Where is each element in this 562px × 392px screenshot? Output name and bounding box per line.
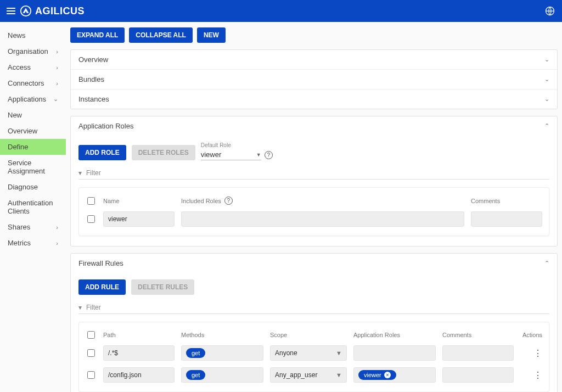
brand-text: AGILICUS bbox=[35, 5, 85, 17]
row-actions-menu[interactable]: ⋮ bbox=[533, 349, 542, 358]
chevron-down-icon: ⌄ bbox=[544, 56, 549, 63]
chevron-right-icon: › bbox=[56, 240, 58, 247]
panel-firewall-rules: Firewall Rules ⌃ ADD RULE DELETE RULES ▾… bbox=[70, 253, 558, 392]
sidebar-subitem-new[interactable]: New bbox=[0, 107, 66, 123]
sidebar-item-news[interactable]: News bbox=[0, 27, 66, 43]
sidebar-subitem-define[interactable]: Define bbox=[0, 139, 66, 155]
row-actions-menu[interactable]: ⋮ bbox=[533, 371, 542, 380]
rule-row-checkbox[interactable] bbox=[87, 349, 95, 357]
rules-col-scope: Scope bbox=[270, 332, 347, 338]
rule-path-input[interactable]: /config.json bbox=[103, 367, 175, 383]
rule-methods-input[interactable]: get bbox=[181, 345, 263, 361]
topbar: AGILICUS bbox=[0, 0, 562, 22]
rule-path-input[interactable]: /.*$ bbox=[103, 345, 175, 361]
rules-filter[interactable]: ▾ Filter bbox=[78, 304, 549, 314]
default-role-label: Default Role bbox=[201, 142, 273, 148]
sidebar-item-access[interactable]: Access› bbox=[0, 59, 66, 75]
panel-application-roles: Application Roles ⌃ ADD ROLE DELETE ROLE… bbox=[70, 116, 558, 247]
roles-col-comments: Comments bbox=[471, 198, 542, 204]
chevron-down-icon: ⌄ bbox=[544, 76, 549, 83]
rules-col-actions: Actions bbox=[520, 332, 542, 338]
rule-approles-input[interactable]: . bbox=[353, 345, 436, 361]
toolbar: EXPAND ALL COLLAPSE ALL NEW bbox=[70, 27, 558, 43]
rules-table-row: /.*$ get Anyone▼ . . ⋮ bbox=[86, 342, 542, 364]
caret-down-icon: ▼ bbox=[256, 152, 261, 158]
roles-col-name: Name bbox=[103, 198, 175, 204]
rule-scope-select[interactable]: Any_app_user▼ bbox=[270, 367, 347, 383]
brand: AGILICUS bbox=[20, 5, 85, 17]
roles-filter[interactable]: ▾ Filter bbox=[78, 169, 549, 180]
panel-firewall-rules-header[interactable]: Firewall Rules ⌃ bbox=[71, 254, 557, 273]
panel-application-roles-header[interactable]: Application Roles ⌃ bbox=[71, 116, 557, 136]
sidebar-item-metrics[interactable]: Metrics› bbox=[0, 235, 66, 251]
chevron-up-icon: ⌃ bbox=[544, 122, 549, 130]
new-button[interactable]: NEW bbox=[197, 27, 226, 43]
sidebar-subitem-overview[interactable]: Overview bbox=[0, 123, 66, 139]
chevron-down-icon: ⌄ bbox=[53, 96, 58, 103]
role-included-input[interactable]: . bbox=[181, 211, 464, 227]
add-role-button[interactable]: ADD ROLE bbox=[78, 145, 126, 160]
rule-approles-input[interactable]: viewer× bbox=[353, 367, 436, 383]
chevron-right-icon: › bbox=[56, 224, 58, 231]
chevron-down-icon: ⌄ bbox=[544, 96, 549, 103]
default-role-select[interactable]: viewer ▼ bbox=[201, 149, 261, 160]
rules-select-all-checkbox[interactable] bbox=[87, 331, 95, 339]
sidebar-subitem-diagnose[interactable]: Diagnose bbox=[0, 179, 66, 195]
rules-col-comments: Comments bbox=[442, 332, 514, 338]
rule-methods-input[interactable]: get bbox=[181, 367, 263, 383]
method-pill[interactable]: get bbox=[186, 348, 205, 358]
chevron-right-icon: › bbox=[56, 48, 58, 55]
rule-comments-input[interactable]: . bbox=[442, 367, 514, 383]
role-comments-input[interactable]: . bbox=[471, 211, 542, 227]
panel-overview[interactable]: Overview⌄ bbox=[71, 50, 557, 70]
help-icon[interactable]: ? bbox=[265, 151, 273, 159]
rule-comments-input[interactable]: . bbox=[442, 345, 514, 361]
main-content: EXPAND ALL COLLAPSE ALL NEW Overview⌄ Bu… bbox=[66, 22, 562, 392]
panel-bundles[interactable]: Bundles⌄ bbox=[71, 70, 557, 89]
method-pill[interactable]: get bbox=[186, 370, 205, 380]
rule-row-checkbox[interactable] bbox=[87, 371, 95, 379]
roles-table: Name Included Roles ? Comments viewer . … bbox=[78, 187, 549, 236]
sidebar-subitem-authentication-clients[interactable]: Authentication Clients bbox=[0, 195, 66, 219]
rules-table-row: /config.json get Any_app_user▼ viewer× .… bbox=[86, 364, 542, 386]
chevron-up-icon: ⌃ bbox=[544, 260, 549, 267]
sidebar-item-connectors[interactable]: Connectors› bbox=[0, 75, 66, 91]
sidebar-subitem-service-assignment[interactable]: Service Assignment bbox=[0, 155, 66, 179]
rule-scope-select[interactable]: Anyone▼ bbox=[270, 345, 347, 361]
rules-col-path: Path bbox=[103, 332, 175, 338]
chevron-right-icon: › bbox=[56, 80, 58, 87]
roles-col-included: Included Roles ? bbox=[181, 197, 464, 205]
rules-col-methods: Methods bbox=[181, 332, 263, 338]
roles-table-row: viewer . . bbox=[86, 208, 542, 230]
remove-icon[interactable]: × bbox=[384, 372, 391, 378]
filter-icon: ▾ bbox=[78, 304, 82, 311]
panel-instances[interactable]: Instances⌄ bbox=[71, 89, 557, 109]
help-icon[interactable]: ? bbox=[224, 197, 233, 205]
sidebar-item-organisation[interactable]: Organisation› bbox=[0, 43, 66, 59]
default-role-field: Default Role viewer ▼ ? bbox=[201, 142, 273, 160]
expand-all-button[interactable]: EXPAND ALL bbox=[70, 27, 125, 43]
sidebar: News Organisation› Access› Connectors› A… bbox=[0, 22, 66, 392]
sidebar-item-applications[interactable]: Applications⌄ bbox=[0, 91, 66, 107]
roles-select-all-checkbox[interactable] bbox=[87, 197, 95, 205]
role-row-checkbox[interactable] bbox=[87, 215, 95, 223]
collapse-all-button[interactable]: COLLAPSE ALL bbox=[129, 27, 193, 43]
brand-logo-icon bbox=[20, 5, 32, 17]
approle-pill[interactable]: viewer× bbox=[358, 370, 396, 380]
delete-roles-button[interactable]: DELETE ROLES bbox=[132, 145, 195, 160]
menu-icon[interactable] bbox=[7, 6, 15, 16]
sidebar-item-shares[interactable]: Shares› bbox=[0, 219, 66, 235]
filter-icon: ▾ bbox=[78, 169, 82, 177]
rules-col-approles: Application Roles bbox=[353, 332, 436, 338]
role-name-input[interactable]: viewer bbox=[103, 211, 175, 227]
rules-table: Path Methods Scope Application Roles Com… bbox=[78, 322, 549, 392]
delete-rules-button[interactable]: DELETE RULES bbox=[131, 279, 194, 295]
caret-down-icon: ▼ bbox=[336, 350, 342, 356]
add-rule-button[interactable]: ADD RULE bbox=[78, 279, 126, 295]
caret-down-icon: ▼ bbox=[336, 372, 342, 378]
chevron-right-icon: › bbox=[56, 64, 58, 71]
globe-icon[interactable] bbox=[544, 5, 555, 16]
collapsed-panels: Overview⌄ Bundles⌄ Instances⌄ bbox=[70, 49, 558, 109]
